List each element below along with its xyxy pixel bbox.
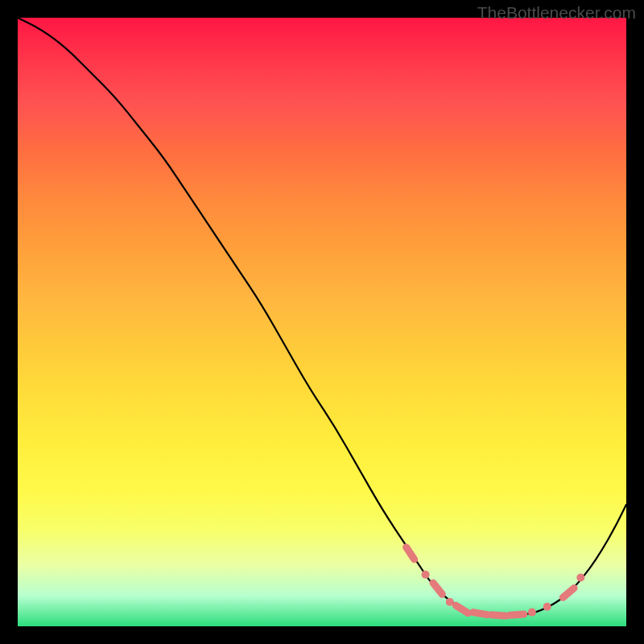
gradient-background <box>18 18 626 626</box>
watermark-text: TheBottlenecker.com <box>477 3 636 23</box>
plot-area <box>18 18 626 626</box>
chart-frame: TheBottlenecker.com <box>0 0 644 644</box>
